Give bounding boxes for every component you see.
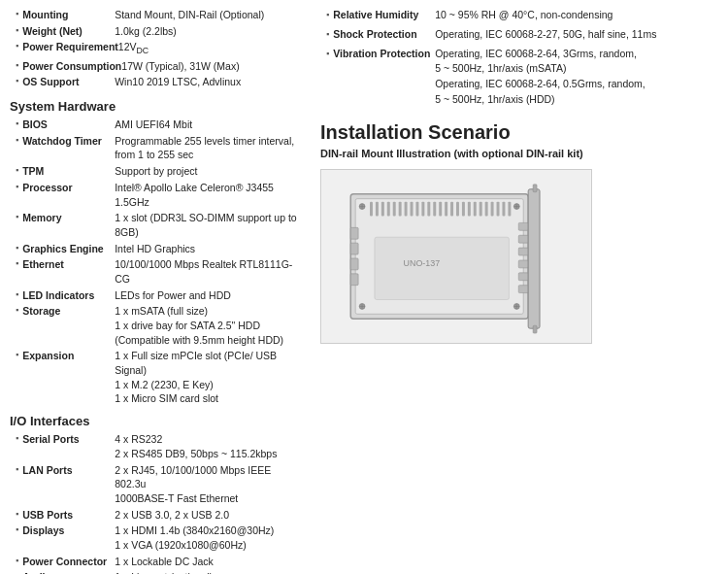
spec-value-watchdog: Programmable 255 levels timer interval, … <box>115 134 301 162</box>
spec-lan: LAN Ports 2 x RJ45, 10/100/1000 Mbps IEE… <box>10 463 301 506</box>
spec-label-power-req: Power Requirement <box>22 40 118 54</box>
env-value-shock: Operating, IEC 60068-2-27, 50G, half sin… <box>435 27 718 43</box>
svg-rect-5 <box>381 201 384 216</box>
spec-expansion: Expansion 1 x Full size mPCIe slot (PCIe… <box>10 349 301 406</box>
spec-value-power-con: 17W (Typical), 31W (Max) <box>121 59 301 74</box>
svg-rect-33 <box>518 235 528 243</box>
spec-tpm: TPM Support by project <box>10 164 301 179</box>
env-label-shock: Shock Protection <box>333 27 435 43</box>
spec-value-tpm: Support by project <box>115 164 301 179</box>
spec-os: OS Support Win10 2019 LTSC, Advlinux <box>10 75 301 89</box>
svg-rect-30 <box>350 257 358 269</box>
io-title: I/O Interfaces <box>10 414 301 428</box>
svg-rect-15 <box>439 201 442 216</box>
svg-rect-13 <box>427 201 430 216</box>
svg-rect-3 <box>370 201 373 216</box>
install-title: Installation Scenario <box>320 121 718 144</box>
env-shock: Shock Protection Operating, IEC 60068-2-… <box>320 27 718 43</box>
spec-ethernet: Ethernet 10/100/1000 Mbps Realtek RTL811… <box>10 257 301 286</box>
din-rail-svg: UNO-137 <box>321 170 591 343</box>
spec-value-os: Win10 2019 LTSC, Advlinux <box>115 75 301 89</box>
svg-rect-40 <box>533 325 537 333</box>
spec-label-mounting: Mounting <box>22 8 115 22</box>
svg-rect-7 <box>393 201 396 216</box>
spec-value-power-req: 12VDC <box>118 40 301 56</box>
left-column: Mounting Stand Mount, DIN-Rail (Optional… <box>10 8 311 574</box>
spec-mounting: Mounting Stand Mount, DIN-Rail (Optional… <box>10 8 301 22</box>
svg-rect-31 <box>350 273 358 285</box>
system-hardware-title: System Hardware <box>10 99 301 114</box>
spec-value-expansion: 1 x Full size mPCIe slot (PCIe/ USB Sign… <box>115 349 301 406</box>
svg-rect-39 <box>533 184 537 191</box>
spec-label-led: LED Indicators <box>22 288 115 303</box>
spec-label-lan: LAN Ports <box>22 463 115 478</box>
spec-processor: Processor Intel® Apollo Lake Celeron® J3… <box>10 181 301 209</box>
spec-value-displays: 1 x HDMI 1.4b (3840x2160@30Hz) 1 x VGA (… <box>115 523 301 552</box>
spec-storage: Storage 1 x mSATA (full size) 1 x drive … <box>10 304 301 347</box>
spec-label-power-connector: Power Connector <box>22 555 115 569</box>
env-value-humidity: 10 ~ 95% RH @ 40°C, non-condensing <box>435 8 718 23</box>
spec-audio: Audio 1 x Line out (optional) <box>10 570 301 574</box>
spec-value-usb: 2 x USB 3.0, 2 x USB 2.0 <box>115 508 301 523</box>
svg-rect-35 <box>518 259 528 267</box>
svg-rect-20 <box>468 201 471 216</box>
spec-label-usb: USB Ports <box>22 508 115 523</box>
spec-value-mounting: Stand Mount, DIN-Rail (Optional) <box>115 8 301 22</box>
spec-value-storage: 1 x mSATA (full size) 1 x drive bay for … <box>115 304 301 347</box>
env-label-humidity: Relative Humidity <box>333 8 435 23</box>
svg-rect-22 <box>480 201 482 216</box>
svg-rect-53 <box>375 237 509 299</box>
svg-rect-38 <box>528 188 540 327</box>
spec-value-bios: AMI UEFI64 Mbit <box>115 118 301 132</box>
spec-serial: Serial Ports 4 x RS232 2 x RS485 DB9, 50… <box>10 432 301 460</box>
right-column: Relative Humidity 10 ~ 95% RH @ 40°C, no… <box>311 8 718 574</box>
svg-rect-16 <box>445 201 447 216</box>
spec-value-ethernet: 10/100/1000 Mbps Realtek RTL8111G-CG <box>115 257 301 286</box>
din-rail-illustration: UNO-137 <box>320 169 592 344</box>
spec-value-lan: 2 x RJ45, 10/100/1000 Mbps IEEE 802.3u 1… <box>115 463 301 506</box>
svg-rect-34 <box>518 248 528 255</box>
spec-power-req: Power Requirement 12VDC <box>10 40 301 56</box>
env-specs-list: Relative Humidity 10 ~ 95% RH @ 40°C, no… <box>320 8 718 108</box>
top-specs-list: Mounting Stand Mount, DIN-Rail (Optional… <box>10 8 301 89</box>
spec-label-weight: Weight (Net) <box>22 24 115 39</box>
spec-label-audio: Audio <box>22 570 115 574</box>
svg-rect-36 <box>518 272 528 280</box>
spec-value-led: LEDs for Power and HDD <box>115 288 301 303</box>
spec-watchdog: Watchdog Timer Programmable 255 levels t… <box>10 134 301 162</box>
svg-rect-8 <box>399 201 402 216</box>
spec-weight: Weight (Net) 1.0kg (2.2lbs) <box>10 24 301 39</box>
io-list: Serial Ports 4 x RS232 2 x RS485 DB9, 50… <box>10 432 301 574</box>
spec-label-displays: Displays <box>22 523 115 538</box>
svg-rect-25 <box>497 201 500 216</box>
spec-label-processor: Processor <box>22 181 115 195</box>
spec-memory: Memory 1 x slot (DDR3L SO-DIMM support u… <box>10 211 301 239</box>
env-vibration: Vibration Protection Operating, IEC 6006… <box>320 47 718 108</box>
svg-rect-24 <box>491 201 494 216</box>
spec-label-expansion: Expansion <box>22 349 115 363</box>
spec-label-memory: Memory <box>22 211 115 225</box>
spec-usb: USB Ports 2 x USB 3.0, 2 x USB 2.0 <box>10 508 301 523</box>
spec-label-graphics: Graphics Engine <box>22 242 115 256</box>
svg-text:UNO-137: UNO-137 <box>404 257 441 267</box>
svg-rect-37 <box>518 285 528 292</box>
env-label-vibration: Vibration Protection <box>333 47 435 62</box>
svg-rect-29 <box>350 243 358 254</box>
svg-rect-19 <box>462 201 465 216</box>
spec-label-tpm: TPM <box>22 164 115 179</box>
spec-value-processor: Intel® Apollo Lake Celeron® J3455 1.5GHz <box>115 181 301 209</box>
svg-rect-28 <box>350 227 358 239</box>
svg-rect-27 <box>508 201 511 216</box>
spec-label-serial: Serial Ports <box>22 432 115 447</box>
spec-power-connector: Power Connector 1 x Lockable DC Jack <box>10 555 301 569</box>
svg-rect-6 <box>387 201 390 216</box>
svg-rect-26 <box>502 201 505 216</box>
svg-rect-14 <box>433 201 436 216</box>
spec-value-power-connector: 1 x Lockable DC Jack <box>115 555 301 569</box>
spec-label-storage: Storage <box>22 304 115 319</box>
system-hardware-list: BIOS AMI UEFI64 Mbit Watchdog Timer Prog… <box>10 118 301 406</box>
svg-rect-9 <box>405 201 408 216</box>
spec-value-audio: 1 x Line out (optional) <box>115 570 301 574</box>
spec-power-con: Power Consumption 17W (Typical), 31W (Ma… <box>10 59 301 74</box>
spec-led: LED Indicators LEDs for Power and HDD <box>10 288 301 303</box>
